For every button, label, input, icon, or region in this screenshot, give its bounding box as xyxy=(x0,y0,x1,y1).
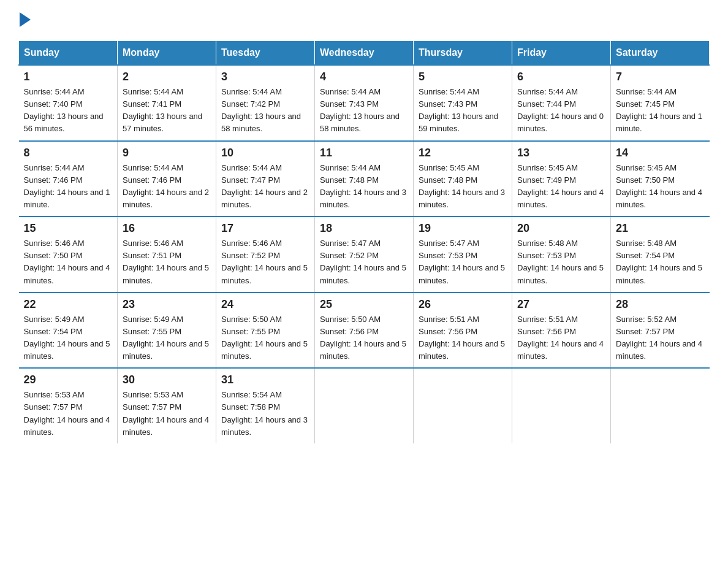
sunset-label: Sunset: 7:51 PM xyxy=(123,251,181,260)
sunrise-label: Sunrise: 5:53 AM xyxy=(123,390,183,399)
day-number: 17 xyxy=(221,222,309,235)
sunset-label: Sunset: 7:50 PM xyxy=(616,175,675,185)
sunrise-label: Sunrise: 5:46 AM xyxy=(24,239,85,248)
calendar-cell: 19Sunrise: 5:47 AMSunset: 7:53 PMDayligh… xyxy=(414,216,512,293)
day-info: Sunrise: 5:54 AMSunset: 7:58 PMDaylight:… xyxy=(221,389,309,439)
daylight-label: Daylight: 14 hours and 5 minutes. xyxy=(221,263,308,285)
day-info: Sunrise: 5:45 AMSunset: 7:49 PMDaylight:… xyxy=(517,162,605,212)
daylight-label: Daylight: 14 hours and 3 minutes. xyxy=(320,188,406,209)
daylight-label: Daylight: 14 hours and 5 minutes. xyxy=(419,263,505,285)
day-number: 5 xyxy=(419,71,507,83)
daylight-label: Daylight: 14 hours and 4 minutes. xyxy=(24,415,110,437)
day-info: Sunrise: 5:48 AMSunset: 7:53 PMDaylight:… xyxy=(517,237,605,287)
day-number: 26 xyxy=(419,298,507,311)
sunset-label: Sunset: 7:43 PM xyxy=(320,99,379,109)
sunset-label: Sunset: 7:56 PM xyxy=(517,327,576,336)
day-number: 11 xyxy=(320,147,408,159)
calendar-cell: 25Sunrise: 5:50 AMSunset: 7:56 PMDayligh… xyxy=(315,293,414,369)
calendar-cell: 15Sunrise: 5:46 AMSunset: 7:50 PMDayligh… xyxy=(19,216,118,293)
sunset-label: Sunset: 7:45 PM xyxy=(616,99,675,109)
sunrise-label: Sunrise: 5:53 AM xyxy=(24,390,85,399)
calendar-cell: 27Sunrise: 5:51 AMSunset: 7:56 PMDayligh… xyxy=(512,293,611,369)
day-info: Sunrise: 5:51 AMSunset: 7:56 PMDaylight:… xyxy=(419,313,507,363)
daylight-label: Daylight: 14 hours and 4 minutes. xyxy=(517,339,604,361)
sunset-label: Sunset: 7:57 PM xyxy=(123,402,181,412)
sunrise-label: Sunrise: 5:48 AM xyxy=(517,239,578,248)
daylight-label: Daylight: 14 hours and 3 minutes. xyxy=(419,188,505,209)
day-info: Sunrise: 5:46 AMSunset: 7:50 PMDaylight:… xyxy=(24,237,113,287)
sunrise-label: Sunrise: 5:48 AM xyxy=(616,239,677,248)
calendar-cell xyxy=(512,368,611,443)
sunset-label: Sunset: 7:41 PM xyxy=(123,99,181,109)
header-row: SundayMondayTuesdayWednesdayThursdayFrid… xyxy=(19,41,710,66)
sunrise-label: Sunrise: 5:44 AM xyxy=(221,87,282,96)
day-info: Sunrise: 5:45 AMSunset: 7:50 PMDaylight:… xyxy=(616,162,705,212)
sunrise-label: Sunrise: 5:51 AM xyxy=(419,315,479,324)
calendar-cell: 30Sunrise: 5:53 AMSunset: 7:57 PMDayligh… xyxy=(118,368,216,443)
logo-blue-part xyxy=(18,12,31,27)
week-row-3: 15Sunrise: 5:46 AMSunset: 7:50 PMDayligh… xyxy=(19,216,710,293)
daylight-label: Daylight: 14 hours and 2 minutes. xyxy=(221,188,308,209)
calendar-body: 1Sunrise: 5:44 AMSunset: 7:40 PMDaylight… xyxy=(19,65,710,443)
daylight-label: Daylight: 14 hours and 5 minutes. xyxy=(320,339,406,361)
daylight-label: Daylight: 14 hours and 5 minutes. xyxy=(320,263,406,285)
sunrise-label: Sunrise: 5:52 AM xyxy=(616,315,677,324)
daylight-label: Daylight: 14 hours and 5 minutes. xyxy=(517,263,604,285)
calendar-header: SundayMondayTuesdayWednesdayThursdayFrid… xyxy=(19,41,710,66)
day-number: 19 xyxy=(419,222,507,235)
header-monday: Monday xyxy=(118,41,216,66)
day-number: 6 xyxy=(517,71,605,83)
sunrise-label: Sunrise: 5:54 AM xyxy=(221,390,282,399)
sunrise-label: Sunrise: 5:49 AM xyxy=(123,315,183,324)
calendar-cell: 22Sunrise: 5:49 AMSunset: 7:54 PMDayligh… xyxy=(19,293,118,369)
sunrise-label: Sunrise: 5:51 AM xyxy=(517,315,578,324)
daylight-label: Daylight: 14 hours and 5 minutes. xyxy=(24,339,110,361)
calendar-cell: 12Sunrise: 5:45 AMSunset: 7:48 PMDayligh… xyxy=(414,141,512,217)
sunset-label: Sunset: 7:53 PM xyxy=(517,251,576,260)
daylight-label: Daylight: 14 hours and 4 minutes. xyxy=(616,339,702,361)
daylight-label: Daylight: 13 hours and 58 minutes. xyxy=(320,112,400,133)
daylight-label: Daylight: 14 hours and 5 minutes. xyxy=(419,339,505,361)
day-info: Sunrise: 5:47 AMSunset: 7:53 PMDaylight:… xyxy=(419,237,507,287)
day-info: Sunrise: 5:46 AMSunset: 7:51 PMDaylight:… xyxy=(123,237,211,287)
day-number: 22 xyxy=(24,298,113,311)
sunrise-label: Sunrise: 5:44 AM xyxy=(24,87,85,96)
day-number: 16 xyxy=(123,222,211,235)
daylight-label: Daylight: 14 hours and 4 minutes. xyxy=(123,415,209,437)
day-number: 25 xyxy=(320,298,408,311)
day-number: 29 xyxy=(24,373,113,386)
day-number: 24 xyxy=(221,298,309,311)
sunrise-label: Sunrise: 5:44 AM xyxy=(616,87,677,96)
sunrise-label: Sunrise: 5:46 AM xyxy=(221,239,282,248)
day-number: 18 xyxy=(320,222,408,235)
day-info: Sunrise: 5:49 AMSunset: 7:55 PMDaylight:… xyxy=(123,313,211,363)
day-info: Sunrise: 5:47 AMSunset: 7:52 PMDaylight:… xyxy=(320,237,408,287)
sunset-label: Sunset: 7:49 PM xyxy=(517,175,576,185)
sunrise-label: Sunrise: 5:44 AM xyxy=(320,87,381,96)
daylight-label: Daylight: 13 hours and 59 minutes. xyxy=(419,112,498,133)
sunset-label: Sunset: 7:46 PM xyxy=(24,175,83,185)
day-info: Sunrise: 5:44 AMSunset: 7:42 PMDaylight:… xyxy=(221,86,309,136)
day-info: Sunrise: 5:44 AMSunset: 7:47 PMDaylight:… xyxy=(221,162,309,212)
sunset-label: Sunset: 7:54 PM xyxy=(24,327,83,336)
sunrise-label: Sunrise: 5:44 AM xyxy=(123,163,183,172)
day-info: Sunrise: 5:53 AMSunset: 7:57 PMDaylight:… xyxy=(123,389,211,439)
sunset-label: Sunset: 7:56 PM xyxy=(419,327,477,336)
sunrise-label: Sunrise: 5:46 AM xyxy=(123,239,183,248)
sunrise-label: Sunrise: 5:44 AM xyxy=(320,163,381,172)
week-row-2: 8Sunrise: 5:44 AMSunset: 7:46 PMDaylight… xyxy=(19,141,710,217)
day-number: 3 xyxy=(221,71,309,83)
daylight-label: Daylight: 14 hours and 4 minutes. xyxy=(517,188,604,209)
calendar-cell: 28Sunrise: 5:52 AMSunset: 7:57 PMDayligh… xyxy=(611,293,710,369)
header-sunday: Sunday xyxy=(19,41,118,66)
day-number: 4 xyxy=(320,71,408,83)
day-info: Sunrise: 5:44 AMSunset: 7:41 PMDaylight:… xyxy=(123,86,211,136)
calendar-cell: 10Sunrise: 5:44 AMSunset: 7:47 PMDayligh… xyxy=(216,141,315,217)
day-number: 1 xyxy=(24,71,113,83)
sunrise-label: Sunrise: 5:47 AM xyxy=(320,239,381,248)
calendar-cell: 9Sunrise: 5:44 AMSunset: 7:46 PMDaylight… xyxy=(118,141,216,217)
day-number: 9 xyxy=(123,147,211,159)
calendar-cell xyxy=(611,368,710,443)
header-wednesday: Wednesday xyxy=(315,41,414,66)
day-number: 8 xyxy=(24,147,113,159)
